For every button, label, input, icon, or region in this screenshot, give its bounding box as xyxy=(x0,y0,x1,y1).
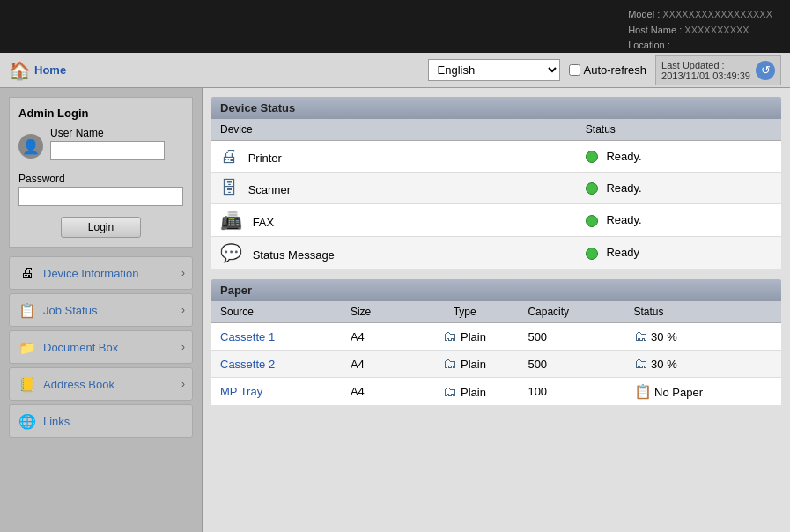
status-dot xyxy=(586,151,598,163)
paper-table: Source Size Type Capacity Status Cassett… xyxy=(211,301,781,405)
tray-status: 📋 No Paper xyxy=(625,378,782,406)
device-icon: 📠 xyxy=(220,211,242,230)
device-icon: 💬 xyxy=(220,243,242,262)
col-device: Device xyxy=(211,119,577,141)
device-status-cell: Ready. xyxy=(577,173,781,204)
auto-refresh-wrap: Auto-refresh xyxy=(569,63,647,77)
password-input[interactable] xyxy=(18,187,183,206)
main-layout: Admin Login 👤 User Name Password Login 🖨… xyxy=(0,88,790,532)
col-capacity: Capacity xyxy=(519,301,624,323)
col-source: Source xyxy=(211,301,342,323)
device-name-cell: 🖨 Printer xyxy=(211,141,577,173)
job-status-icon: 📋 xyxy=(17,299,38,321)
tray-status-icon: 🗂 xyxy=(634,356,648,371)
device-status-cell: Ready xyxy=(577,237,781,270)
login-button[interactable]: Login xyxy=(61,217,141,238)
sidebar-item-document-box[interactable]: 📁 Document Box › xyxy=(9,330,193,364)
content-area: Device Status Device Status 🖨 Printer Re… xyxy=(203,88,790,532)
device-name-cell: 📠 FAX xyxy=(211,204,577,237)
password-label: Password xyxy=(18,173,183,185)
col-status: Status xyxy=(577,119,781,141)
device-name-cell: 🗄 Scanner xyxy=(211,173,577,204)
model-label: Model : xyxy=(628,9,660,19)
tray-type: 🗂 Plain xyxy=(410,351,519,378)
sidebar: Admin Login 👤 User Name Password Login 🖨… xyxy=(0,88,203,532)
model-value: XXXXXXXXXXXXXXXXX xyxy=(662,9,772,19)
home-icon: 🏠 xyxy=(9,60,31,81)
username-field-wrap: User Name xyxy=(50,127,165,166)
auto-refresh-checkbox[interactable] xyxy=(569,64,580,76)
address-book-icon: 📒 xyxy=(17,373,38,395)
chevron-right-icon-2: › xyxy=(181,304,185,316)
username-label: User Name xyxy=(50,127,165,139)
admin-user-row: 👤 User Name xyxy=(18,127,183,166)
device-icon: 🗄 xyxy=(220,178,238,197)
chevron-right-icon-4: › xyxy=(181,378,185,390)
device-information-icon: 🖨 xyxy=(17,262,38,284)
sidebar-item-job-status[interactable]: 📋 Job Status › xyxy=(9,293,193,327)
device-status-cell: Ready. xyxy=(577,204,781,237)
username-input[interactable] xyxy=(50,141,165,160)
tray-icon: 🗂 xyxy=(443,356,457,371)
tray-capacity: 100 xyxy=(519,378,624,406)
paper-tray-row: MP Tray A4 🗂 Plain 100 📋 No Paper xyxy=(211,378,781,406)
sidebar-item-address-book[interactable]: 📒 Address Book › xyxy=(9,367,193,401)
tray-size: A4 xyxy=(342,378,410,406)
hostname-value: XXXXXXXXXX xyxy=(684,25,749,35)
user-avatar-icon: 👤 xyxy=(18,134,43,159)
sidebar-item-links[interactable]: 🌐 Links xyxy=(9,404,193,438)
tray-source: Cassette 2 xyxy=(211,351,342,378)
sidebar-label-document-box: Document Box xyxy=(43,341,181,354)
tray-icon: 🗂 xyxy=(443,384,457,399)
sidebar-label-links: Links xyxy=(43,415,185,428)
admin-login-section: Admin Login 👤 User Name Password Login xyxy=(9,97,193,248)
device-name: Scanner xyxy=(248,183,291,196)
device-name: Printer xyxy=(248,151,282,165)
language-select[interactable]: English Japanese French German Spanish xyxy=(428,59,560,81)
tray-capacity: 500 xyxy=(519,323,624,351)
sidebar-label-job-status: Job Status xyxy=(43,304,181,317)
sidebar-label-device-information: Device Information xyxy=(43,267,181,280)
top-header: Model : XXXXXXXXXXXXXXXXX Host Name : XX… xyxy=(0,0,790,53)
home-nav[interactable]: 🏠 Home xyxy=(9,60,66,81)
last-updated-value: 2013/11/01 03:49:39 xyxy=(661,70,750,81)
device-status-text: Ready. xyxy=(606,181,641,195)
device-status-text: Ready xyxy=(606,246,639,259)
last-updated-text: Last Updated : 2013/11/01 03:49:39 xyxy=(661,60,750,81)
password-field-wrap: Password xyxy=(18,173,183,211)
col-type: Type xyxy=(410,301,519,323)
device-status-text: Ready. xyxy=(606,213,641,226)
device-status-row: 💬 Status Message Ready xyxy=(211,237,781,270)
tray-size: A4 xyxy=(342,351,410,378)
tray-capacity: 500 xyxy=(519,351,624,378)
col-size: Size xyxy=(342,301,410,323)
device-status-cell: Ready. xyxy=(577,141,781,173)
chevron-right-icon-3: › xyxy=(181,341,185,353)
device-status-row: 🗄 Scanner Ready. xyxy=(211,173,781,204)
auto-refresh-label[interactable]: Auto-refresh xyxy=(584,63,647,77)
device-name-cell: 💬 Status Message xyxy=(211,237,577,270)
tray-source: MP Tray xyxy=(211,378,342,406)
refresh-button[interactable]: ↺ xyxy=(756,61,775,80)
device-info-header: Model : XXXXXXXXXXXXXXXXX Host Name : XX… xyxy=(628,7,772,54)
admin-title: Admin Login xyxy=(18,107,183,120)
paper-tray-row: Cassette 2 A4 🗂 Plain 500 🗂 30 % xyxy=(211,351,781,378)
device-status-row: 📠 FAX Ready. xyxy=(211,204,781,237)
tray-type: 🗂 Plain xyxy=(410,378,519,406)
tray-status-icon: 🗂 xyxy=(634,329,648,344)
paper-section-header: Paper xyxy=(211,279,781,301)
tray-status-icon: 📋 xyxy=(634,384,652,399)
document-box-icon: 📁 xyxy=(17,336,38,358)
sidebar-label-address-book: Address Book xyxy=(43,378,181,391)
location-label: Location : xyxy=(628,40,670,50)
paper-tray-row: Cassette 1 A4 🗂 Plain 500 🗂 30 % xyxy=(211,323,781,351)
device-icon: 🖨 xyxy=(220,146,238,166)
home-link[interactable]: Home xyxy=(34,63,66,77)
tray-status: 🗂 30 % xyxy=(625,351,782,378)
status-dot xyxy=(586,182,598,195)
nav-bar: 🏠 Home English Japanese French German Sp… xyxy=(0,53,790,88)
chevron-right-icon: › xyxy=(181,267,185,279)
tray-icon: 🗂 xyxy=(443,329,457,344)
sidebar-item-device-information[interactable]: 🖨 Device Information › xyxy=(9,256,193,290)
links-icon: 🌐 xyxy=(17,410,38,432)
